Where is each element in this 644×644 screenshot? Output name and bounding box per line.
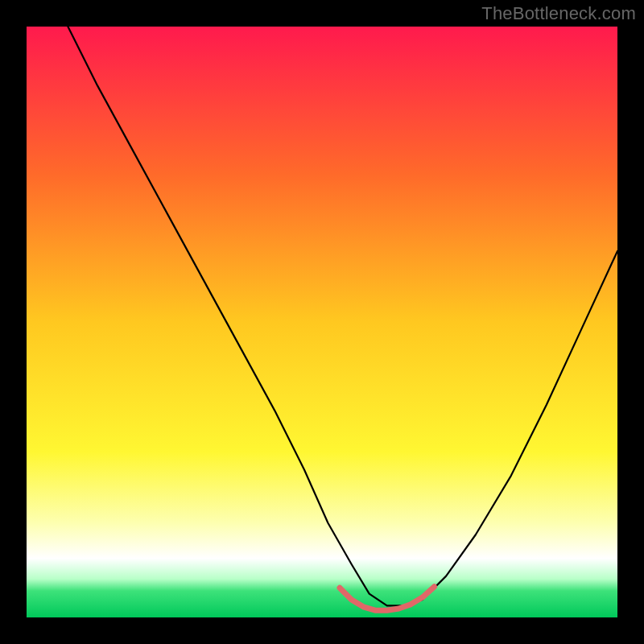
bottleneck-chart — [0, 0, 644, 644]
chart-frame: TheBottleneck.com — [0, 0, 644, 644]
plot-background — [27, 27, 617, 617]
watermark-text: TheBottleneck.com — [481, 3, 636, 24]
